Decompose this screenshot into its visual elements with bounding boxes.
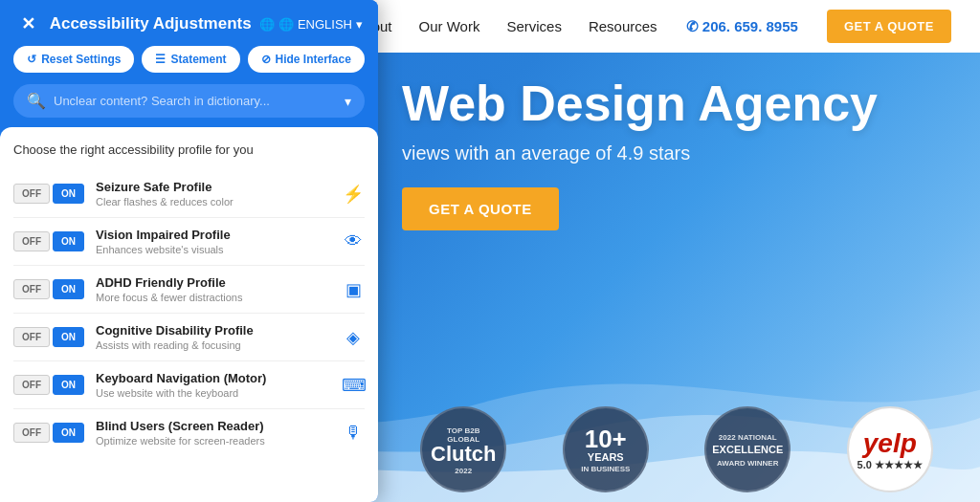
seizure-safe-icon: ⚡: [342, 184, 365, 205]
nav-phone[interactable]: ✆ 206. 659. 8955: [686, 18, 798, 35]
excellence-title: EXCELLENCE: [712, 444, 783, 455]
blind-icon: 🎙: [342, 423, 365, 443]
excellence-year: 2022 NATIONAL: [719, 433, 777, 442]
cognitive-on-button[interactable]: ON: [53, 327, 84, 347]
language-arrow-icon: ▾: [356, 17, 363, 32]
seizure-safe-toggle[interactable]: OFF ON: [13, 184, 84, 204]
adhd-info: ADHD Friendly Profile More focus & fewer…: [96, 275, 330, 303]
seizure-safe-info: Seizure Safe Profile Clear flashes & red…: [96, 180, 330, 207]
nav-our-work[interactable]: Our Work: [418, 18, 479, 34]
vision-impaired-toggle[interactable]: OFF ON: [13, 231, 84, 251]
vision-impaired-profile: OFF ON Vision Impaired Profile Enhances …: [13, 218, 365, 266]
adhd-name: ADHD Friendly Profile: [96, 275, 330, 290]
hide-interface-button[interactable]: ⊘ Hide Interface: [248, 46, 365, 73]
cognitive-disability-profile: OFF ON Cognitive Disability Profile Assi…: [13, 314, 365, 361]
vision-impaired-icon: 👁: [342, 231, 365, 251]
adhd-on-button[interactable]: ON: [53, 279, 84, 299]
keyboard-toggle[interactable]: OFF ON: [13, 375, 84, 395]
search-icon: 🔍: [27, 92, 46, 110]
adhd-icon: ▣: [342, 279, 365, 300]
action-buttons: ↺ Reset Settings ☰ Statement ⊘ Hide Inte…: [0, 46, 378, 84]
nav-resources[interactable]: Resources: [589, 18, 657, 34]
reset-icon: ↺: [27, 53, 36, 66]
hero-cta-button[interactable]: GET A QUOTE: [402, 187, 559, 230]
cognitive-off-button[interactable]: OFF: [13, 327, 50, 347]
blind-on-button[interactable]: ON: [53, 423, 84, 443]
seizure-on-button[interactable]: ON: [53, 184, 84, 204]
adhd-toggle[interactable]: OFF ON: [13, 279, 84, 299]
panel-header: ✕ Accessibility Adjustments 🌐 🌐 ENGLISH …: [0, 0, 378, 46]
blind-users-profile: OFF ON Blind Users (Screen Reader) Optim…: [13, 409, 365, 456]
search-input[interactable]: [54, 94, 337, 108]
hide-label: Hide Interface: [276, 53, 351, 66]
keyboard-info: Keyboard Navigation (Motor) Use website …: [96, 371, 330, 399]
blind-off-button[interactable]: OFF: [13, 423, 50, 443]
statement-icon: ☰: [155, 53, 166, 66]
years-number: 10+: [585, 426, 627, 451]
clutch-name: Clutch: [431, 444, 496, 465]
nav-links: About Our Work Services Resources: [354, 18, 657, 34]
nav-services[interactable]: Services: [506, 18, 562, 34]
search-inner: 🔍 ▾: [13, 84, 365, 118]
vision-on-button[interactable]: ON: [53, 231, 84, 251]
vision-impaired-name: Vision Impaired Profile: [96, 228, 330, 242]
yelp-rating: 5.0 ★★★★★: [858, 459, 923, 471]
search-bar: 🔍 ▾: [0, 84, 378, 127]
keyboard-navigation-profile: OFF ON Keyboard Navigation (Motor) Use w…: [13, 361, 365, 409]
language-label: 🌐 ENGLISH: [278, 17, 352, 32]
seizure-safe-profile: OFF ON Seizure Safe Profile Clear flashe…: [13, 170, 365, 218]
adhd-desc: More focus & fewer distractions: [96, 292, 330, 303]
excellence-badge: 2022 NATIONAL EXCELLENCE AWARD WINNER: [704, 406, 791, 492]
reset-label: Reset Settings: [41, 53, 121, 66]
seizure-safe-name: Seizure Safe Profile: [96, 180, 330, 194]
seizure-off-button[interactable]: OFF: [13, 184, 50, 204]
yelp-logo: yelp: [863, 428, 917, 459]
clutch-top-text: TOP B2B GLOBAL: [430, 426, 497, 444]
years-label: YEARS: [588, 451, 624, 463]
search-expand-icon: ▾: [345, 94, 351, 109]
reset-settings-button[interactable]: ↺ Reset Settings: [13, 46, 134, 73]
hero-title: Web Design Agency: [402, 76, 980, 131]
cognitive-toggle[interactable]: OFF ON: [13, 327, 84, 347]
vision-off-button[interactable]: OFF: [13, 231, 50, 251]
clutch-year: 2022: [455, 467, 472, 475]
panel-body: Choose the right accessibility profile f…: [0, 127, 378, 502]
seizure-safe-desc: Clear flashes & reduces color: [96, 196, 330, 207]
cognitive-info: Cognitive Disability Profile Assists wit…: [96, 323, 330, 351]
close-button[interactable]: ✕: [15, 11, 41, 36]
panel-title: Accessibility Adjustments: [41, 14, 259, 33]
excellence-subtitle: AWARD WINNER: [717, 459, 778, 468]
blind-desc: Optimize website for screen-readers: [96, 435, 330, 447]
adhd-friendly-profile: OFF ON ADHD Friendly Profile More focus …: [13, 266, 365, 314]
blind-toggle[interactable]: OFF ON: [13, 423, 84, 443]
choose-profile-text: Choose the right accessibility profile f…: [13, 142, 365, 157]
clutch-badge: TOP B2B GLOBAL Clutch 2022: [420, 406, 506, 492]
accessibility-panel: ✕ Accessibility Adjustments 🌐 🌐 ENGLISH …: [0, 0, 378, 502]
vision-impaired-desc: Enhances website's visuals: [96, 244, 330, 255]
keyboard-desc: Use website with the keyboard: [96, 387, 330, 399]
statement-button[interactable]: ☰ Statement: [142, 46, 239, 73]
cognitive-name: Cognitive Disability Profile: [96, 323, 330, 338]
blind-name: Blind Users (Screen Reader): [96, 419, 330, 433]
years-subtitle: IN BUSINESS: [581, 465, 630, 473]
nav-get-quote-button[interactable]: GET A QUOTE: [827, 10, 951, 43]
keyboard-on-button[interactable]: ON: [53, 375, 84, 395]
keyboard-off-button[interactable]: OFF: [13, 375, 50, 395]
keyboard-icon: ⌨: [342, 375, 365, 396]
years-badge: 10+ YEARS IN BUSINESS: [563, 406, 649, 492]
yelp-badge: yelp 5.0 ★★★★★: [847, 406, 933, 492]
vision-impaired-info: Vision Impaired Profile Enhances website…: [96, 228, 330, 255]
statement-label: Statement: [170, 53, 226, 66]
badge-row: TOP B2B GLOBAL Clutch 2022 10+ YEARS IN …: [383, 406, 970, 492]
keyboard-name: Keyboard Navigation (Motor): [96, 371, 330, 385]
cognitive-icon: ◈: [342, 327, 365, 348]
cognitive-desc: Assists with reading & focusing: [96, 339, 330, 351]
language-flag-icon: 🌐: [259, 17, 275, 32]
hide-icon: ⊘: [261, 53, 271, 66]
blind-info: Blind Users (Screen Reader) Optimize web…: [96, 419, 330, 447]
hero-section: Web Design Agency views with an average …: [402, 76, 980, 230]
adhd-off-button[interactable]: OFF: [13, 279, 50, 299]
language-selector[interactable]: 🌐 🌐 ENGLISH ▾: [259, 17, 363, 32]
hero-subtitle: views with an average of 4.9 stars: [402, 142, 980, 164]
